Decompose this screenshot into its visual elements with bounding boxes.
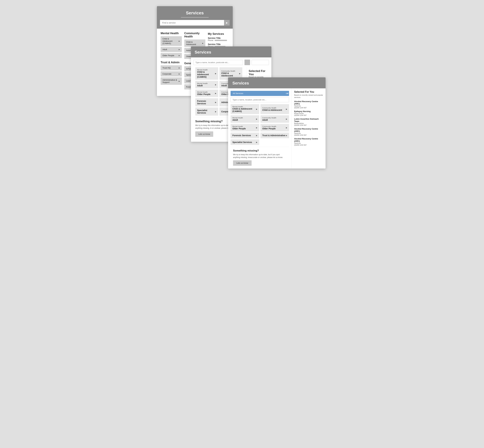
- card3-header: Services: [228, 77, 325, 88]
- card1-mental-health-section: Mental Health Child & Adolescent (CAMHS)…: [161, 32, 182, 90]
- card3-selected-sub: Based on recently viewed and popular ser…: [294, 94, 323, 99]
- card1-mh-item-0[interactable]: Child & Adolescent (CAMHS) ▶: [161, 36, 182, 46]
- card1-ch-item-0[interactable]: Child & Adolescent ▶: [184, 40, 206, 47]
- arrow-icon: ▶: [239, 72, 240, 75]
- arrow-icon: ▶: [202, 42, 204, 44]
- card1-ta-item-2[interactable]: Administrative & Support ▶: [161, 77, 182, 85]
- card3-title: Services: [232, 81, 321, 86]
- card3-standalone-2[interactable]: Specialist Services ▶: [230, 139, 259, 145]
- card3-svc-3: Alcohol Recovery Centre (ARC) Hackney (0…: [294, 128, 323, 136]
- card3-selected-heading: Selected For You: [294, 90, 323, 93]
- arrow-icon: ▶: [256, 141, 257, 143]
- arrow-icon: ▶: [179, 67, 180, 69]
- arrow-icon: ▶: [215, 72, 216, 75]
- card2-toolbar: All Services: [191, 57, 271, 67]
- card1-header-bar: [181, 17, 209, 18]
- card3-svc-1: Epilepsy Nursing Royal Docks (0)208 1234…: [294, 110, 323, 116]
- card3-svc-2: Luton Assertive Outreach Team Bedfordshi…: [294, 118, 323, 126]
- arrow-icon: ▶: [256, 108, 257, 110]
- arrow-icon: ▶: [179, 80, 180, 82]
- card3-mh-1[interactable]: Mental Health Adult ▶: [230, 115, 259, 123]
- scene: Services ▶ Mental Health Child & Adolesc…: [157, 6, 327, 158]
- card2-standalone-2[interactable]: Specialist Services ▶: [195, 108, 218, 116]
- arrow-icon: ▶: [215, 111, 216, 113]
- card2-selected-heading: Selected For You: [249, 70, 270, 76]
- arrow-icon: ▶: [286, 135, 287, 136]
- card2-search-button[interactable]: [245, 60, 250, 65]
- card3-left-col: All Services Mental Health Child & Adole…: [228, 88, 292, 168]
- card1-community-health-heading: Community Health: [184, 32, 206, 38]
- card3-missing-heading: Something missing?: [233, 149, 286, 152]
- card2-lets-us-know-button[interactable]: Lets us know: [195, 131, 213, 137]
- card2-search-input[interactable]: [193, 60, 243, 65]
- card1-search-input[interactable]: [160, 20, 224, 25]
- card3-toolbar: All Services: [230, 91, 289, 102]
- card1-header: Services ▶: [157, 6, 233, 29]
- card3-svc-4: Alcohol Recovery Centre (ARC) Hackney (0…: [294, 137, 323, 146]
- card2-standalone-0[interactable]: Forensic Services ▶: [195, 98, 218, 106]
- card1-search-row: ▶: [160, 20, 230, 25]
- arrow-icon: ▶: [215, 101, 216, 103]
- card3-mh-0[interactable]: Mental Health Child & Adolescent (CAMHS)…: [230, 104, 259, 114]
- card3-services-dropdown[interactable]: All Services: [230, 91, 289, 96]
- arrow-icon: ▶: [286, 127, 287, 129]
- card3-ch-2[interactable]: Community Health Older People ▶: [260, 124, 289, 131]
- arrow-icon: ▶: [215, 84, 216, 86]
- arrow-icon: ▶: [256, 118, 257, 120]
- card-services-full: Services All Services Mental Healt: [228, 77, 325, 168]
- card3-lets-us-know-button[interactable]: Lets us know: [233, 160, 252, 166]
- card3-body: All Services Mental Health Child & Adole…: [228, 88, 325, 168]
- card1-ta-item-1[interactable]: Corporate ▶: [161, 71, 182, 76]
- card2-services-dropdown[interactable]: All Services: [252, 60, 269, 65]
- card3-missing-section: Something missing? We try to keep this i…: [230, 147, 289, 168]
- arrow-icon: ▶: [179, 40, 180, 42]
- card2-dropdown-wrap: All Services: [252, 60, 269, 65]
- arrow-icon: ▶: [179, 48, 180, 50]
- card2-grid-mh-0[interactable]: Mental Health Child & Adolescent (CAMHS)…: [195, 67, 218, 80]
- card1-my-services-heading: My Services: [208, 32, 229, 36]
- card3-search-input[interactable]: [230, 97, 289, 102]
- card1-mh-item-1[interactable]: Adult ▶: [161, 47, 182, 52]
- arrow-icon: ▶: [256, 127, 257, 129]
- card2-header: Services: [191, 47, 271, 57]
- card1-title: Services: [160, 10, 230, 16]
- card1-mental-health-heading: Mental Health: [161, 32, 182, 35]
- phone-bar: [214, 40, 227, 41]
- card3-ch-0[interactable]: Community Health Child & Adolescent ▶: [260, 104, 289, 114]
- card1-trust-admin-heading: Trust & Admin: [161, 61, 182, 64]
- card3-svc-0: Alcohol Recovery Centre (ARC) Hackney (0…: [294, 100, 323, 109]
- arrow-icon: ▶: [215, 92, 216, 94]
- card3-standalone-1[interactable]: Trust & Administrative ▶: [260, 133, 289, 138]
- card3-mh-2[interactable]: Mental Health Older People ▶: [230, 124, 259, 131]
- card1-search-button[interactable]: ▶: [224, 20, 230, 25]
- card2-title: Services: [195, 50, 268, 55]
- arrow-icon: ▶: [286, 118, 287, 120]
- card3-missing-body: We try to keep this information up-to-da…: [233, 153, 286, 159]
- card1-svc-0: Service Title Phone:: [208, 37, 229, 41]
- arrow-icon: ▶: [286, 108, 287, 110]
- card3-dropdown-wrap: All Services: [230, 91, 289, 96]
- card1-mh-item-2[interactable]: Older People ▶: [161, 53, 182, 58]
- card3-right-col: Selected For You Based on recently viewe…: [292, 88, 325, 168]
- card2-grid-mh-1[interactable]: Mental Health Adult ▶: [195, 81, 218, 88]
- arrow-icon: ▶: [179, 73, 180, 75]
- card3-standalone-0[interactable]: Forensic Services ▶: [230, 133, 259, 138]
- card1-ta-item-0[interactable]: Trust HQ ▶: [161, 65, 182, 70]
- card3-ch-1[interactable]: Community Health Adult ▶: [260, 115, 289, 123]
- card3-grid: Mental Health Child & Adolescent (CAMHS)…: [230, 104, 289, 145]
- arrow-icon: ▶: [256, 135, 257, 136]
- card2-grid-mh-2[interactable]: Mental Health Older People ▶: [195, 90, 218, 97]
- arrow-icon: ▶: [179, 55, 180, 56]
